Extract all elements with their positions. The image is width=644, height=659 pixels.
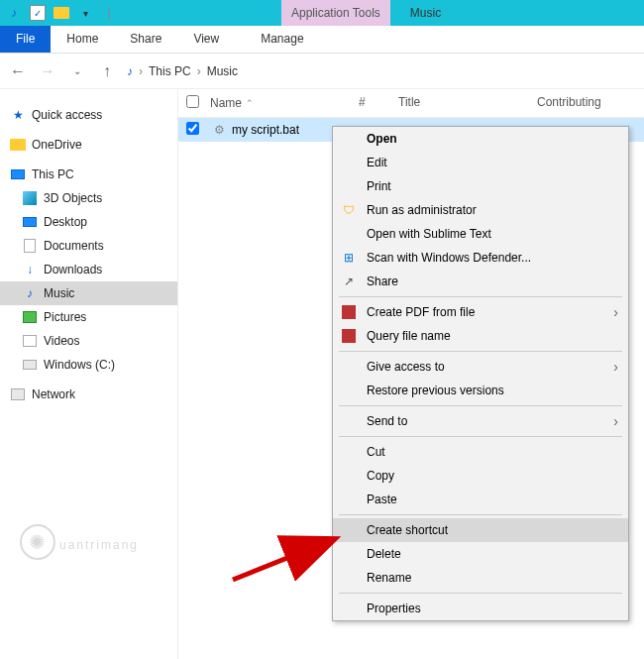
ctx-query-file-name[interactable]: Query file name <box>333 324 628 348</box>
share-icon: ↗ <box>341 274 357 289</box>
window-title: Music <box>390 6 461 20</box>
sidebar-item-downloads[interactable]: ↓ Downloads <box>0 258 177 281</box>
context-menu: Open Edit Print 🛡 Run as administrator O… <box>332 126 629 621</box>
column-header-name[interactable]: Name ⌃ <box>210 95 359 111</box>
sidebar-item-network[interactable]: Network <box>0 383 177 406</box>
separator <box>339 351 622 352</box>
ctx-open[interactable]: Open <box>333 127 628 151</box>
defender-icon: ⊞ <box>341 250 357 266</box>
sort-ascending-icon: ⌃ <box>246 98 254 108</box>
pdf-icon <box>341 304 357 320</box>
ctx-scan-defender[interactable]: ⊞ Scan with Windows Defender... <box>333 246 628 270</box>
separator <box>339 514 622 515</box>
cloud-icon <box>10 137 26 153</box>
music-icon: ♪ <box>6 5 22 21</box>
star-icon: ★ <box>10 107 26 123</box>
ctx-open-sublime[interactable]: Open with Sublime Text <box>333 222 628 246</box>
ctx-edit[interactable]: Edit <box>333 151 628 174</box>
contextual-tab-label: Application Tools <box>291 6 380 20</box>
pdf-icon <box>341 328 357 344</box>
file-name: my script.bat <box>228 123 299 137</box>
nav-tree: ★ Quick access OneDrive This PC 3D Objec… <box>0 89 178 659</box>
ctx-delete[interactable]: Delete <box>333 542 628 566</box>
tab-view[interactable]: View <box>177 26 235 53</box>
breadcrumb-this-pc[interactable]: This PC <box>149 64 191 78</box>
ctx-print[interactable]: Print <box>333 174 628 198</box>
ctx-run-as-admin[interactable]: 🛡 Run as administrator <box>333 198 628 222</box>
separator <box>339 593 622 594</box>
network-icon <box>10 386 26 402</box>
breadcrumb[interactable]: ♪ › This PC › Music <box>127 64 238 78</box>
window-titlebar: ♪ ✓ ▾ | Application Tools Music <box>0 0 644 26</box>
divider-icon: | <box>101 5 117 21</box>
column-header-number[interactable]: # <box>359 95 398 111</box>
sidebar-item-pictures[interactable]: Pictures <box>0 305 177 329</box>
picture-icon <box>22 309 38 325</box>
ctx-restore-previous[interactable]: Restore previous versions <box>333 379 628 402</box>
document-icon <box>22 238 38 254</box>
sidebar-item-music[interactable]: ♪ Music <box>0 281 177 305</box>
forward-button[interactable]: → <box>38 62 57 80</box>
download-icon: ↓ <box>22 262 38 277</box>
ribbon-tabs: File Home Share View Manage <box>0 26 644 54</box>
select-all-checkbox[interactable] <box>186 95 210 111</box>
music-icon: ♪ <box>22 285 38 301</box>
sidebar-item-3d-objects[interactable]: 3D Objects <box>0 186 177 210</box>
shield-icon: 🛡 <box>341 202 357 218</box>
ctx-cut[interactable]: Cut <box>333 440 628 464</box>
sidebar-item-documents[interactable]: Documents <box>0 234 177 258</box>
sidebar-item-videos[interactable]: Videos <box>0 329 177 353</box>
music-icon: ♪ <box>127 64 133 78</box>
column-headers: Name ⌃ # Title Contributing <box>178 89 644 118</box>
ctx-give-access-to[interactable]: Give access to › <box>333 355 628 379</box>
folder-icon <box>54 5 69 21</box>
chevron-right-icon[interactable]: › <box>139 64 143 78</box>
sidebar-item-desktop[interactable]: Desktop <box>0 210 177 234</box>
chevron-right-icon[interactable]: › <box>197 64 201 78</box>
tab-home[interactable]: Home <box>51 26 114 53</box>
ctx-paste[interactable]: Paste <box>333 488 628 511</box>
tab-file[interactable]: File <box>0 26 51 53</box>
separator <box>339 405 622 406</box>
sidebar-item-windows-c[interactable]: Windows (C:) <box>0 353 177 377</box>
ctx-copy[interactable]: Copy <box>333 464 628 488</box>
qat-dropdown-icon[interactable]: ▾ <box>77 5 93 21</box>
back-button[interactable]: ← <box>8 62 28 80</box>
chevron-right-icon: › <box>613 413 618 429</box>
recent-dropdown-icon[interactable]: ⌄ <box>67 65 87 76</box>
drive-icon <box>22 357 38 373</box>
tab-share[interactable]: Share <box>114 26 177 53</box>
sidebar-item-onedrive[interactable]: OneDrive <box>0 133 177 157</box>
separator <box>339 296 622 297</box>
column-header-title[interactable]: Title <box>398 95 537 111</box>
contextual-tab-application-tools[interactable]: Application Tools <box>281 0 390 26</box>
video-icon <box>22 333 38 349</box>
breadcrumb-music[interactable]: Music <box>207 64 238 78</box>
checkbox-icon[interactable]: ✓ <box>30 5 46 21</box>
chevron-right-icon: › <box>613 304 618 320</box>
row-checkbox[interactable] <box>186 122 210 138</box>
sidebar-item-quick-access[interactable]: ★ Quick access <box>0 103 177 127</box>
ctx-properties[interactable]: Properties <box>333 597 628 620</box>
quick-access-toolbar: ♪ ✓ ▾ | <box>0 5 123 21</box>
ctx-rename[interactable]: Rename <box>333 566 628 590</box>
ctx-create-pdf[interactable]: Create PDF from file › <box>333 300 628 324</box>
ctx-send-to[interactable]: Send to › <box>333 409 628 433</box>
separator <box>339 436 622 437</box>
ctx-create-shortcut[interactable]: Create shortcut <box>333 518 628 542</box>
sidebar-item-this-pc[interactable]: This PC <box>0 163 177 186</box>
desktop-icon <box>22 214 38 230</box>
cube-icon <box>22 190 38 206</box>
up-button[interactable]: ↑ <box>97 62 117 80</box>
chevron-right-icon: › <box>613 359 618 375</box>
column-header-contributing[interactable]: Contributing <box>537 95 636 111</box>
ctx-share[interactable]: ↗ Share <box>333 270 628 293</box>
pc-icon <box>10 166 26 182</box>
bat-file-icon: ⚙ <box>210 123 228 137</box>
tab-manage[interactable]: Manage <box>245 26 319 53</box>
navigation-bar: ← → ⌄ ↑ ♪ › This PC › Music <box>0 54 644 89</box>
